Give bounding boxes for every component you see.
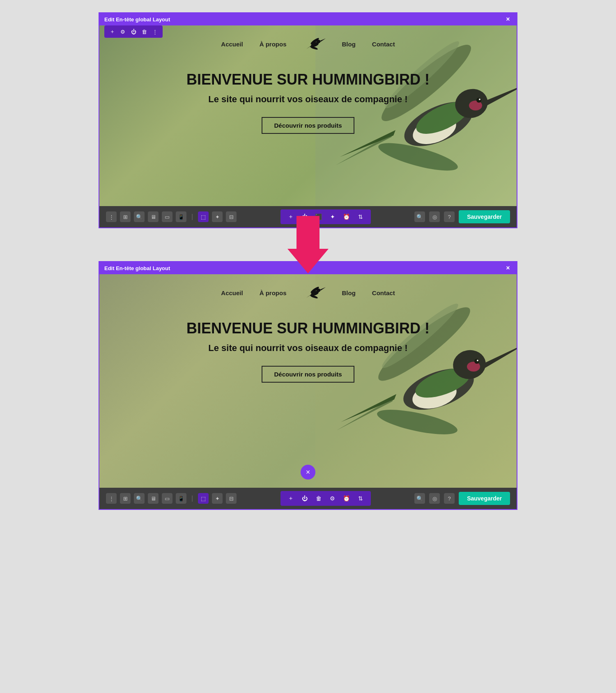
search-right-icon[interactable]: 🔍	[414, 211, 425, 222]
save-button-1[interactable]: Sauvegarder	[459, 210, 510, 223]
arrow-section	[287, 228, 329, 261]
close-button-2[interactable]: ×	[504, 264, 512, 272]
power-center-icon-2[interactable]: ⏻	[299, 493, 310, 504]
pointer-icon-2[interactable]: ✦	[212, 493, 223, 504]
clock-icon[interactable]: ⏰	[341, 211, 352, 222]
nav-item-blog-2[interactable]: Blog	[342, 289, 356, 296]
mobile-icon[interactable]: 📱	[176, 211, 186, 222]
nav-item-apropos-1[interactable]: À propos	[260, 41, 287, 48]
hero-title-1: BIENVENUE SUR HUMMINGBIRD !	[124, 71, 492, 88]
hero-1: BIENVENUE SUR HUMMINGBIRD ! Le site qui …	[99, 63, 517, 146]
power-icon[interactable]: ⏻	[129, 27, 138, 36]
settings-center-icon-2[interactable]: ⚙	[327, 493, 338, 504]
editor-window-2: Edit En-tête global Layout × Accueil À p…	[99, 261, 517, 510]
hero-subtitle-1: Le site qui nourrit vos oiseaux de compa…	[124, 94, 492, 105]
desktop-icon-2[interactable]: 🖥	[148, 493, 159, 504]
hero-subtitle-2: Le site qui nourrit vos oiseaux de compa…	[124, 343, 492, 353]
toolbar-left-2: ⋮ ⊞ 🔍 🖥 ▭ 📱 | ⬚ ✦ ⊟	[106, 493, 237, 504]
more-icon[interactable]: ⋮	[150, 27, 159, 36]
trash-icon[interactable]: 🗑	[140, 27, 149, 36]
layers-icon[interactable]: ◎	[429, 211, 440, 222]
layers-icon-2[interactable]: ◎	[429, 493, 440, 504]
nav-item-accueil-2[interactable]: Accueil	[221, 289, 243, 296]
grid-icon-2[interactable]: ⊞	[120, 493, 131, 504]
toolbar-center-2: ＋ ⏻ 🗑 ⚙ ⏰ ⇅	[280, 491, 371, 506]
titlebar-1: Edit En-tête global Layout ×	[99, 13, 517, 25]
save-button-2[interactable]: Sauvegarder	[459, 492, 510, 505]
logo-bird-2	[303, 281, 326, 305]
main-container: Edit En-tête global Layout × ＋ ⚙ ⏻ 🗑 ⋮ A…	[0, 0, 616, 693]
nav-bar-2: Accueil À propos Blog	[99, 274, 517, 312]
search-right-icon-2[interactable]: 🔍	[414, 493, 425, 504]
logo-bird-1	[303, 32, 326, 56]
hero-title-2: BIENVENUE SUR HUMMINGBIRD !	[124, 320, 492, 337]
nav-item-contact-2[interactable]: Contact	[372, 289, 395, 296]
grid-icon[interactable]: ⊞	[120, 211, 131, 222]
desktop-icon[interactable]: 🖥	[148, 211, 159, 222]
titlebar-label-2: Edit En-tête global Layout	[104, 265, 170, 271]
layout-grid-icon-2[interactable]: ⊟	[226, 493, 237, 504]
select-icon-2[interactable]: ⬚	[198, 493, 209, 504]
adjust-center-icon-2[interactable]: ⇅	[355, 493, 366, 504]
tablet-icon[interactable]: ▭	[162, 211, 172, 222]
bottom-toolbar-2: ⋮ ⊞ 🔍 🖥 ▭ 📱 | ⬚ ✦ ⊟ ＋ ⏻ 🗑 ⚙ ⏰ ⇅ 🔍	[99, 488, 517, 509]
editor-window-1: Edit En-tête global Layout × ＋ ⚙ ⏻ 🗑 ⋮ A…	[99, 12, 517, 228]
help-icon-2[interactable]: ?	[444, 493, 455, 504]
arrow-shaft	[297, 216, 319, 249]
site-preview-1: Accueil À propos	[99, 25, 517, 206]
hero-cta-2[interactable]: Découvrir nos produits	[262, 366, 354, 383]
adjust-icon[interactable]: ⇅	[355, 211, 366, 222]
search-icon[interactable]: 🔍	[134, 211, 145, 222]
toolbar-right-1: 🔍 ◎ ? Sauvegarder	[414, 210, 510, 223]
add-center-icon-2[interactable]: ＋	[285, 493, 296, 504]
clock-center-icon-2[interactable]: ⏰	[341, 493, 352, 504]
toolbar-right-2: 🔍 ◎ ? Sauvegarder	[414, 492, 510, 505]
floating-toolbar-1: ＋ ⚙ ⏻ 🗑 ⋮	[104, 25, 163, 38]
select-icon[interactable]: ⬚	[198, 211, 209, 222]
toolbar-left-1: ⋮ ⊞ 🔍 🖥 ▭ 📱 | ⬚ ✦ ⊟	[106, 211, 237, 222]
more-options-icon[interactable]: ⋮	[106, 211, 117, 222]
star-icon[interactable]: ✦	[327, 211, 338, 222]
nav-item-apropos-2[interactable]: À propos	[260, 289, 287, 296]
hero-2: BIENVENUE SUR HUMMINGBIRD ! Le site qui …	[99, 312, 517, 395]
close-button-1[interactable]: ×	[504, 16, 512, 23]
svg-marker-22	[320, 287, 325, 290]
svg-marker-2	[320, 38, 325, 41]
mobile-icon-2[interactable]: 📱	[176, 493, 186, 504]
more-options-icon-2[interactable]: ⋮	[106, 493, 117, 504]
search-icon-2[interactable]: 🔍	[134, 493, 145, 504]
nav-item-contact-1[interactable]: Contact	[372, 41, 395, 48]
down-arrow	[287, 216, 329, 273]
dismiss-button[interactable]: ×	[301, 465, 315, 480]
nav-item-accueil-1[interactable]: Accueil	[221, 41, 243, 48]
help-icon[interactable]: ?	[444, 211, 455, 222]
nav-item-blog-1[interactable]: Blog	[342, 41, 356, 48]
trash-center-icon-2[interactable]: 🗑	[313, 493, 324, 504]
add-icon[interactable]: ＋	[108, 27, 117, 36]
site-preview-2: Accueil À propos Blog	[99, 274, 517, 488]
tablet-icon-2[interactable]: ▭	[162, 493, 172, 504]
arrow-head	[287, 249, 329, 273]
settings-icon[interactable]: ⚙	[118, 27, 127, 36]
pointer-icon[interactable]: ✦	[212, 211, 223, 222]
layout-grid-icon[interactable]: ⊟	[226, 211, 237, 222]
hero-cta-1[interactable]: Découvrir nos produits	[262, 117, 354, 134]
titlebar-label-1: Edit En-tête global Layout	[104, 16, 170, 23]
